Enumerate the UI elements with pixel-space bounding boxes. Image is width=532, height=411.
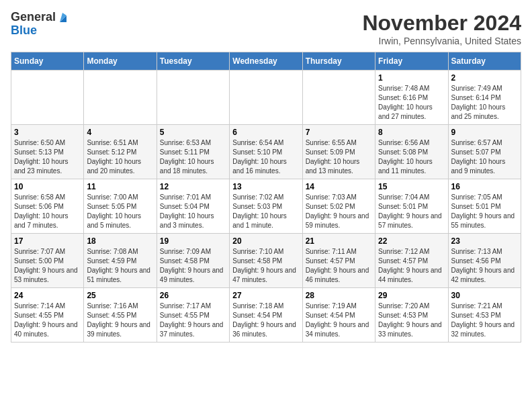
day-number: 1 [378,73,445,83]
day-cell: 16Sunrise: 7:05 AMSunset: 5:01 PMDayligh… [448,179,521,234]
day-cell: 18Sunrise: 7:08 AMSunset: 4:59 PMDayligh… [84,234,157,288]
day-info: Sunrise: 7:49 AMSunset: 6:14 PMDaylight:… [451,84,518,122]
day-cell: 7Sunrise: 6:55 AMSunset: 5:09 PMDaylight… [302,125,375,179]
header: General Blue November 2024 Irwin, Pennsy… [11,11,521,46]
week-row-2: 10Sunrise: 6:58 AMSunset: 5:06 PMDayligh… [11,179,521,234]
day-cell: 2Sunrise: 7:49 AMSunset: 6:14 PMDaylight… [448,71,521,125]
day-number: 25 [87,291,153,300]
weekday-header-friday: Friday [375,52,448,71]
month-title: November 2024 [362,11,521,36]
day-number: 26 [160,291,226,300]
day-number: 30 [451,291,518,300]
weekday-header-row: SundayMondayTuesdayWednesdayThursdayFrid… [11,52,521,71]
day-cell: 11Sunrise: 7:00 AMSunset: 5:05 PMDayligh… [84,179,157,234]
logo-icon [57,11,69,24]
day-number: 12 [160,182,226,191]
day-number: 19 [160,236,226,246]
day-cell: 26Sunrise: 7:17 AMSunset: 4:55 PMDayligh… [157,288,229,342]
day-number: 7 [306,128,372,137]
weekday-header-saturday: Saturday [448,52,521,71]
logo-subtext: Blue [11,24,37,37]
calendar-table: SundayMondayTuesdayWednesdayThursdayFrid… [11,52,521,342]
week-row-4: 24Sunrise: 7:14 AMSunset: 4:55 PMDayligh… [11,288,521,342]
day-cell [230,71,302,125]
logo: General Blue [11,11,69,38]
day-cell: 13Sunrise: 7:02 AMSunset: 5:03 PMDayligh… [230,179,302,234]
day-number: 16 [451,182,518,191]
day-number: 9 [451,128,518,137]
day-number: 14 [306,182,372,191]
day-cell: 17Sunrise: 7:07 AMSunset: 5:00 PMDayligh… [11,234,84,288]
day-number: 29 [378,291,445,300]
weekday-header-sunday: Sunday [11,52,84,71]
day-info: Sunrise: 7:11 AMSunset: 4:57 PMDaylight:… [306,247,372,285]
day-number: 28 [306,291,372,300]
week-row-3: 17Sunrise: 7:07 AMSunset: 5:00 PMDayligh… [11,234,521,288]
day-number: 20 [232,236,299,246]
day-info: Sunrise: 6:54 AMSunset: 5:10 PMDaylight:… [232,138,299,176]
day-cell [11,71,84,125]
day-info: Sunrise: 7:21 AMSunset: 4:53 PMDaylight:… [451,302,518,339]
day-cell: 22Sunrise: 7:12 AMSunset: 4:57 PMDayligh… [375,234,448,288]
day-cell: 12Sunrise: 7:01 AMSunset: 5:04 PMDayligh… [157,179,229,234]
day-info: Sunrise: 7:09 AMSunset: 4:58 PMDaylight:… [160,247,226,285]
day-number: 18 [87,236,153,246]
day-info: Sunrise: 7:20 AMSunset: 4:53 PMDaylight:… [378,302,445,339]
day-info: Sunrise: 6:50 AMSunset: 5:13 PMDaylight:… [14,138,81,176]
day-info: Sunrise: 7:08 AMSunset: 4:59 PMDaylight:… [87,247,153,285]
day-cell: 3Sunrise: 6:50 AMSunset: 5:13 PMDaylight… [11,125,84,179]
day-cell [157,71,229,125]
day-cell: 20Sunrise: 7:10 AMSunset: 4:58 PMDayligh… [230,234,302,288]
day-number: 15 [378,182,445,191]
weekday-header-monday: Monday [84,52,157,71]
day-number: 22 [378,236,445,246]
day-cell: 19Sunrise: 7:09 AMSunset: 4:58 PMDayligh… [157,234,229,288]
day-number: 3 [14,128,81,137]
day-info: Sunrise: 6:57 AMSunset: 5:07 PMDaylight:… [451,138,518,176]
day-cell: 1Sunrise: 7:48 AMSunset: 6:16 PMDaylight… [375,71,448,125]
day-info: Sunrise: 6:58 AMSunset: 5:06 PMDaylight:… [14,193,81,230]
day-info: Sunrise: 7:12 AMSunset: 4:57 PMDaylight:… [378,247,445,285]
title-area: November 2024 Irwin, Pennsylvania, Unite… [362,11,521,46]
day-cell: 23Sunrise: 7:13 AMSunset: 4:56 PMDayligh… [448,234,521,288]
day-cell: 8Sunrise: 6:56 AMSunset: 5:08 PMDaylight… [375,125,448,179]
day-info: Sunrise: 7:14 AMSunset: 4:55 PMDaylight:… [14,302,81,339]
day-info: Sunrise: 7:18 AMSunset: 4:54 PMDaylight:… [232,302,299,339]
day-info: Sunrise: 7:02 AMSunset: 5:03 PMDaylight:… [232,193,299,230]
day-number: 4 [87,128,153,137]
location: Irwin, Pennsylvania, United States [362,36,521,46]
week-row-1: 3Sunrise: 6:50 AMSunset: 5:13 PMDaylight… [11,125,521,179]
day-cell: 28Sunrise: 7:19 AMSunset: 4:54 PMDayligh… [302,288,375,342]
day-info: Sunrise: 7:04 AMSunset: 5:01 PMDaylight:… [378,193,445,230]
day-cell: 15Sunrise: 7:04 AMSunset: 5:01 PMDayligh… [375,179,448,234]
week-row-0: 1Sunrise: 7:48 AMSunset: 6:16 PMDaylight… [11,71,521,125]
day-number: 17 [14,236,81,246]
day-info: Sunrise: 7:01 AMSunset: 5:04 PMDaylight:… [160,193,226,230]
day-info: Sunrise: 7:00 AMSunset: 5:05 PMDaylight:… [87,193,153,230]
logo-text: General [11,11,56,24]
day-number: 2 [451,73,518,83]
day-cell: 27Sunrise: 7:18 AMSunset: 4:54 PMDayligh… [230,288,302,342]
day-cell: 29Sunrise: 7:20 AMSunset: 4:53 PMDayligh… [375,288,448,342]
day-info: Sunrise: 7:03 AMSunset: 5:02 PMDaylight:… [306,193,372,230]
day-number: 11 [87,182,153,191]
day-info: Sunrise: 6:53 AMSunset: 5:11 PMDaylight:… [160,138,226,176]
day-number: 24 [14,291,81,300]
day-info: Sunrise: 6:55 AMSunset: 5:09 PMDaylight:… [306,138,372,176]
day-number: 23 [451,236,518,246]
day-cell: 9Sunrise: 6:57 AMSunset: 5:07 PMDaylight… [448,125,521,179]
day-info: Sunrise: 7:05 AMSunset: 5:01 PMDaylight:… [451,193,518,230]
day-cell [302,71,375,125]
day-number: 10 [14,182,81,191]
day-info: Sunrise: 6:56 AMSunset: 5:08 PMDaylight:… [378,138,445,176]
day-cell: 5Sunrise: 6:53 AMSunset: 5:11 PMDaylight… [157,125,229,179]
weekday-header-tuesday: Tuesday [157,52,229,71]
day-number: 13 [232,182,299,191]
day-number: 8 [378,128,445,137]
day-cell: 4Sunrise: 6:51 AMSunset: 5:12 PMDaylight… [84,125,157,179]
day-cell [84,71,157,125]
day-number: 21 [306,236,372,246]
day-number: 5 [160,128,226,137]
day-cell: 14Sunrise: 7:03 AMSunset: 5:02 PMDayligh… [302,179,375,234]
day-cell: 30Sunrise: 7:21 AMSunset: 4:53 PMDayligh… [448,288,521,342]
